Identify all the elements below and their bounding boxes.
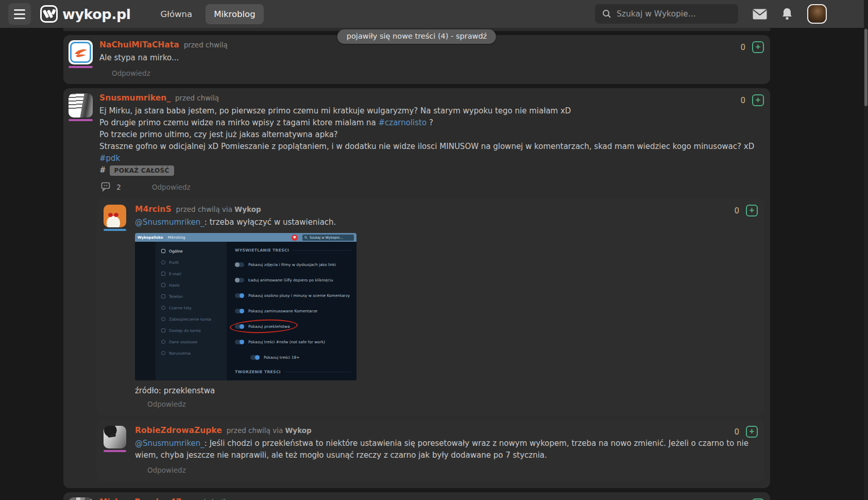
scrollbar[interactable] bbox=[864, 0, 868, 500]
avatar-image bbox=[69, 40, 93, 64]
toggle-switch bbox=[235, 324, 244, 329]
via-app: Wykop bbox=[234, 205, 261, 213]
post-time: przed chwilą bbox=[186, 498, 230, 500]
toggle-switch bbox=[235, 293, 244, 298]
reply-button[interactable]: Odpowiedz bbox=[147, 466, 186, 474]
attached-image[interactable]: Wykopalisko Mikroblog ♥ Szukaj w Wykopie… bbox=[135, 233, 356, 380]
screenshot-tab-mikroblog: Mikroblog bbox=[168, 236, 185, 240]
post-time: przed chwilą via Wykop bbox=[176, 205, 261, 213]
wykop-logo[interactable]: wykop.pl bbox=[40, 5, 131, 23]
avatar-image bbox=[104, 205, 126, 227]
post-time: przed chwilą bbox=[175, 94, 219, 102]
logo-text: wykop.pl bbox=[62, 6, 131, 22]
settings-nav-dane: Dane osobowe bbox=[156, 336, 227, 347]
comments-count[interactable]: 2 bbox=[116, 183, 121, 191]
comment-body: @Snusmumriken_: Jeśli chodzi o przekleńs… bbox=[135, 438, 757, 461]
avatar-robiezdrowazupke[interactable] bbox=[104, 426, 126, 452]
settings-nav-email: E-mail bbox=[156, 268, 227, 279]
screenshot-tab-wykopalisko: Wykopalisko bbox=[138, 236, 163, 240]
post-mickey-rourke: Mickey_Rourke_47 przed chwilą #mma biern… bbox=[63, 492, 770, 500]
wosp-heart-icon: ♥ bbox=[292, 235, 298, 241]
settings-nav-telefon: Telefon bbox=[156, 291, 227, 302]
section-header: TWORZENIE TREŚCI bbox=[235, 370, 351, 374]
email-icon bbox=[161, 272, 165, 276]
post-snusmumriken: Snusmumriken_ przed chwilą Ej Mirku, ja … bbox=[63, 88, 770, 488]
post-body-line: #POKAŻ CAŁOŚĆ bbox=[99, 164, 764, 176]
navbar: wykop.pl Główna Mikroblog bbox=[0, 0, 868, 28]
rank-bar bbox=[104, 229, 126, 231]
section-header: WYŚWIETLANIE TREŚCI bbox=[235, 248, 351, 253]
comment-body: @Snusmumriken_: trzeba wyłączyć w ustawi… bbox=[135, 216, 757, 228]
post-footer: 2 Odpowiedz bbox=[99, 182, 764, 192]
settings-nav-haslo: Hasło bbox=[156, 279, 227, 291]
rank-bar bbox=[69, 119, 93, 121]
plus-vote-button[interactable] bbox=[752, 94, 764, 106]
vote-widget: 0 bbox=[740, 41, 764, 53]
user-avatar[interactable] bbox=[807, 4, 827, 24]
setting-row: Pokazuj treści #nsfw (not safe for work) bbox=[235, 338, 325, 345]
blocked-icon bbox=[161, 306, 165, 310]
vote-widget: 0 bbox=[740, 94, 764, 106]
plus-vote-button[interactable] bbox=[752, 41, 764, 53]
comments-thread: M4rcinS przed chwilą via Wykop @Snusmumr… bbox=[96, 198, 764, 482]
comments-icon bbox=[99, 182, 110, 192]
setting-row: Pokazuj zdjęcia i filmy w dyskusjach jak… bbox=[235, 261, 336, 268]
bird-logo-icon bbox=[69, 40, 93, 64]
new-content-pill[interactable]: pojawiły się nowe treści (4) - sprawdź bbox=[337, 29, 496, 44]
reply-button[interactable]: Odpowiedz bbox=[152, 183, 191, 191]
toggle-switch bbox=[235, 262, 244, 267]
post-time: przed chwilą via Wykop bbox=[227, 426, 312, 435]
rank-bar bbox=[104, 450, 126, 452]
avatar-nachuimitachata[interactable] bbox=[69, 40, 93, 68]
mention-link[interactable]: @Snusmumriken_ bbox=[135, 218, 205, 227]
search-icon bbox=[602, 9, 611, 19]
bell-icon[interactable] bbox=[781, 8, 793, 20]
vote-count: 0 bbox=[734, 427, 739, 437]
setting-row: Pokazuj osobno plusy i minusy w ocenie K… bbox=[235, 292, 350, 299]
wykop-logo-icon bbox=[40, 5, 58, 23]
vote-count: 0 bbox=[740, 43, 745, 52]
mail-icon[interactable] bbox=[753, 9, 767, 20]
username-link[interactable]: M4rcinS bbox=[135, 205, 172, 214]
tab-glowna[interactable]: Główna bbox=[152, 4, 201, 24]
post-body-line: Po trzecie primo ultimo, czy jest już ja… bbox=[99, 129, 764, 141]
avatar-snusmumriken[interactable] bbox=[69, 93, 93, 121]
vote-widget: 0 bbox=[734, 426, 758, 438]
reply-button[interactable]: Odpowiedz bbox=[147, 400, 186, 408]
via-app: Wykop bbox=[285, 426, 311, 435]
screenshot-settings-nav: Ogólne Profil E-mail Hasło Telefon Czarn… bbox=[156, 242, 227, 380]
shield-icon bbox=[161, 317, 165, 321]
setting-row-przeklenstwa: Pokazuj przekleństwa bbox=[235, 323, 290, 330]
post-body: Ale stypa na mirko... bbox=[99, 52, 764, 64]
reply-button[interactable]: Odpowiedz bbox=[112, 69, 150, 77]
plus-vote-button[interactable] bbox=[746, 205, 758, 216]
tag-czarnolisto[interactable]: #czarnolisto bbox=[378, 118, 427, 127]
mention-link[interactable]: @Snusmumriken_ bbox=[135, 439, 205, 448]
username-link[interactable]: Mickey_Rourke_47 bbox=[99, 497, 181, 500]
post-body-line: Straszne gofno w odicjalnej xD Pomieszan… bbox=[99, 141, 764, 164]
avatar-mickey-rourke[interactable] bbox=[69, 497, 93, 500]
menu-button[interactable] bbox=[8, 3, 31, 25]
toggle-switch bbox=[235, 340, 244, 344]
avatar-image bbox=[69, 497, 93, 500]
navbar-right bbox=[595, 4, 827, 24]
username-link[interactable]: Snusmumriken_ bbox=[99, 93, 171, 103]
username-link[interactable]: NaChuiMiTaCHata bbox=[99, 40, 179, 49]
grid-icon bbox=[161, 249, 165, 253]
settings-nav-czarne-listy: Czarne listy bbox=[156, 302, 227, 313]
username-link[interactable]: RobieZdrowaZupke bbox=[135, 426, 222, 435]
plus-vote-button[interactable] bbox=[746, 426, 758, 438]
toggle-switch bbox=[235, 278, 244, 282]
tab-mikroblog[interactable]: Mikroblog bbox=[206, 4, 264, 24]
comment-m4rcins: M4rcinS przed chwilą via Wykop @Snusmumr… bbox=[96, 198, 764, 416]
key-icon bbox=[161, 328, 165, 332]
search-box[interactable] bbox=[595, 4, 738, 24]
scrollbar-thumb[interactable] bbox=[864, 29, 867, 106]
avatar-m4rcins[interactable] bbox=[104, 205, 126, 231]
avatar-image bbox=[104, 426, 126, 448]
search-input[interactable] bbox=[617, 9, 731, 19]
tag-pdk[interactable]: #pdk bbox=[99, 154, 120, 163]
comment-robiezdrowazupke: RobieZdrowaZupke przed chwilą via Wykop … bbox=[96, 420, 764, 482]
show-all-button[interactable]: POKAŻ CAŁOŚĆ bbox=[110, 165, 174, 176]
screenshot-search-box: Szukaj w Wykopie... bbox=[302, 235, 354, 241]
